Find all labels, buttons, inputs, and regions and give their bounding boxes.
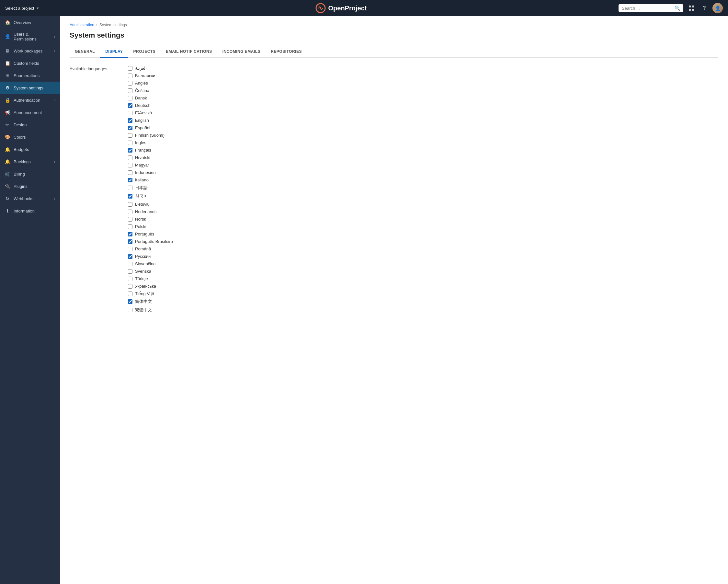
tab-incoming_emails[interactable]: INCOMING EMAILS [217,46,266,58]
language-item[interactable]: Ingles [128,140,173,145]
language-item[interactable]: Български [128,73,173,78]
language-checkbox[interactable] [128,126,132,130]
language-checkbox[interactable] [128,232,132,236]
language-checkbox[interactable] [128,185,132,190]
help-button[interactable]: ? [700,3,709,13]
tab-display[interactable]: DISPLAY [100,46,128,58]
language-item[interactable]: Finnish (Suomi) [128,133,173,138]
language-checkbox[interactable] [128,178,132,182]
language-item[interactable]: Русский [128,254,173,259]
language-item[interactable]: 繁體中文 [128,307,173,313]
language-checkbox[interactable] [128,254,132,259]
language-item[interactable]: Italiano [128,178,173,182]
language-checkbox[interactable] [128,163,132,168]
language-item[interactable]: Français [128,148,173,153]
language-checkbox[interactable] [128,148,132,153]
language-checkbox[interactable] [128,209,132,214]
language-name: Dansk [135,96,147,100]
language-item[interactable]: Lietuvių [128,202,173,207]
language-item[interactable]: Norsk [128,217,173,222]
language-item[interactable]: Svenska [128,269,173,274]
language-item[interactable]: Deutsch [128,103,173,108]
language-item[interactable]: Anglès [128,81,173,85]
sidebar-item-information[interactable]: ℹ Information [0,205,60,217]
language-item[interactable]: English [128,118,173,123]
sidebar-item-plugins[interactable]: 🔌 Plugins [0,180,60,193]
language-checkbox[interactable] [128,66,132,71]
language-item[interactable]: Hrvatski [128,155,173,160]
language-checkbox[interactable] [128,225,132,229]
sidebar-item-work-packages[interactable]: 🖥 Work packages › [0,45,60,57]
sidebar-item-enumerations[interactable]: ≡ Enumerations [0,69,60,82]
sidebar-item-billing[interactable]: 🛒 Billing [0,168,60,180]
language-checkbox[interactable] [128,269,132,274]
tab-email_notifications[interactable]: EMAIL NOTIFICATIONS [161,46,217,58]
language-checkbox[interactable] [128,308,132,312]
language-item[interactable]: Español [128,125,173,130]
language-item[interactable]: 简体中文 [128,299,173,304]
sidebar-item-custom-fields[interactable]: 📋 Custom fields [0,57,60,69]
language-checkbox[interactable] [128,88,132,93]
language-item[interactable]: 한국어 [128,193,173,199]
language-item[interactable]: Polski [128,224,173,229]
sidebar-item-budgets[interactable]: 🔔 Budgets › [0,143,60,155]
layout: 🏠 Overview 👤 Users & Permissions › 🖥 Wor… [0,16,728,584]
language-item[interactable]: Português [128,232,173,236]
search-input[interactable] [622,6,673,11]
sidebar-item-webhooks[interactable]: ↻ Webhooks › [0,193,60,205]
project-selector[interactable]: Select a project ▼ [5,6,63,11]
grid-icon-button[interactable] [686,3,696,13]
language-name: 한국어 [135,193,148,199]
sidebar-item-design[interactable]: ✏ Design [0,119,60,131]
language-item[interactable]: 日本語 [128,185,173,191]
language-item[interactable]: Indonesien [128,170,173,175]
avatar[interactable]: 👤 [712,3,723,13]
language-checkbox[interactable] [128,170,132,175]
sidebar-item-overview[interactable]: 🏠 Overview [0,16,60,28]
language-item[interactable]: Українська [128,284,173,288]
language-checkbox[interactable] [128,103,132,108]
language-item[interactable]: Ελληνικά [128,110,173,115]
language-item[interactable]: Dansk [128,96,173,100]
language-checkbox[interactable] [128,247,132,251]
sidebar-item-backlogs[interactable]: 🔔 Backlogs › [0,155,60,168]
language-checkbox[interactable] [128,141,132,145]
sidebar-item-authentication[interactable]: 🔒 Authentication › [0,94,60,106]
language-checkbox[interactable] [128,74,132,78]
sidebar-item-announcement[interactable]: 📢 Announcement [0,106,60,119]
language-checkbox[interactable] [128,277,132,281]
sidebar-item-users-permissions[interactable]: 👤 Users & Permissions › [0,28,60,45]
breadcrumb-admin[interactable]: Administration [70,23,94,27]
language-checkbox[interactable] [128,217,132,222]
language-checkbox[interactable] [128,299,132,304]
language-checkbox[interactable] [128,133,132,138]
language-checkbox[interactable] [128,96,132,100]
language-item[interactable]: Română [128,247,173,251]
language-item[interactable]: Tiếng Việt [128,291,173,296]
language-name: Română [135,247,151,251]
language-checkbox[interactable] [128,155,132,160]
search-icon[interactable]: 🔍 [675,5,680,11]
language-item[interactable]: Magyar [128,162,173,168]
language-checkbox[interactable] [128,202,132,207]
language-checkbox[interactable] [128,291,132,296]
sidebar-item-system-settings[interactable]: ⚙ System settings [0,82,60,94]
language-checkbox[interactable] [128,194,132,199]
language-checkbox[interactable] [128,81,132,85]
language-item[interactable]: Čeština [128,88,173,93]
language-checkbox[interactable] [128,284,132,288]
language-item[interactable]: Türkçe [128,276,173,281]
language-checkbox[interactable] [128,111,132,115]
sidebar-item-colors[interactable]: 🎨 Colors [0,131,60,143]
language-checkbox[interactable] [128,262,132,266]
tab-repositories[interactable]: REPOSITORIES [265,46,307,58]
tab-projects[interactable]: PROJECTS [128,46,161,58]
language-item[interactable]: العربية [128,66,173,71]
language-checkbox[interactable] [128,239,132,244]
language-checkbox[interactable] [128,118,132,123]
language-item[interactable]: Nederlands [128,209,173,214]
search-box[interactable]: 🔍 [619,4,683,12]
language-item[interactable]: Slovenčina [128,261,173,266]
tab-general[interactable]: GENERAL [70,46,100,58]
language-item[interactable]: Português Brasileiro [128,239,173,244]
